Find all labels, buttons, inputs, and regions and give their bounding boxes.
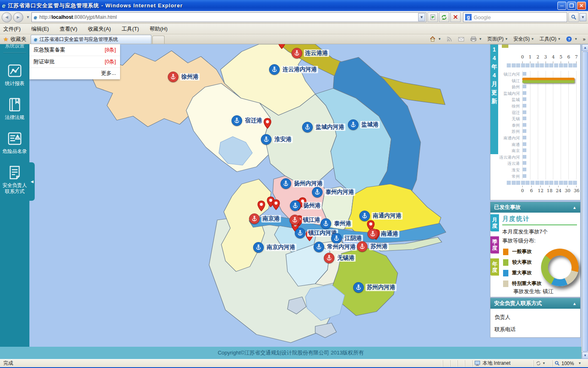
close-button[interactable]: ✕ (577, 2, 586, 10)
sidebar-collapse-tab[interactable]: ◀ (29, 162, 35, 201)
scrollbar-thumb[interactable] (582, 52, 588, 352)
sidebar-item-system-settings[interactable]: 系统设置 (0, 44, 29, 49)
safety-menu-button[interactable]: 安全(S)▼ (513, 36, 534, 43)
search-input[interactable]: g Google (463, 12, 567, 22)
data-zoom-handle[interactable] (535, 181, 539, 185)
data-zoom-handle[interactable] (549, 63, 553, 67)
favorites-button[interactable]: ★ 收藏夹 (0, 34, 31, 44)
help-button[interactable]: ? ▼ (566, 36, 577, 42)
search-button[interactable] (568, 12, 579, 22)
port-marker-南通内河港[interactable]: 南通内河港 (359, 211, 403, 221)
port-marker-淮安港[interactable]: 淮安港 (261, 134, 293, 145)
new-tab-button[interactable] (152, 36, 165, 44)
data-zoom-handle[interactable] (554, 181, 558, 185)
data-zoom-handle[interactable] (521, 181, 525, 185)
data-zoom-handle[interactable] (516, 63, 520, 67)
tab-季度[interactable]: 季度 (490, 236, 499, 254)
protected-mode-pane[interactable]: ▼ (533, 360, 552, 367)
quick-menu-row[interactable]: 附证审批[0条] (29, 56, 120, 68)
data-zoom-handle[interactable] (559, 63, 563, 67)
sidebar-item-安全负责人联系方式[interactable]: 安全负责人联系方式 (0, 165, 29, 195)
port-marker-南京港[interactable]: 南京港 (249, 213, 281, 224)
tools-menu-button[interactable]: 工具(O)▼ (539, 36, 561, 43)
data-zoom-handle[interactable] (554, 63, 558, 67)
data-zoom-handle[interactable] (568, 181, 572, 185)
port-marker-南通港[interactable]: 南通港 (368, 229, 399, 239)
data-zoom-handle[interactable] (573, 63, 577, 67)
port-marker-扬州港[interactable]: 扬州港 (290, 200, 322, 211)
compatibility-view-button[interactable] (428, 12, 438, 22)
home-button[interactable]: ▼ (430, 36, 441, 42)
url-text[interactable]: http://localhost:8080/yjpt/Main.html (39, 14, 418, 20)
data-zoom-handle[interactable] (549, 181, 553, 185)
tab-年度[interactable]: 年度 (490, 258, 499, 276)
port-marker-无锡港[interactable]: 无锡港 (324, 253, 356, 263)
accident-pin-icon[interactable] (278, 44, 286, 51)
stop-button[interactable]: ✕ (450, 12, 461, 22)
data-zoom-handle[interactable] (564, 181, 568, 185)
port-marker-苏州港[interactable]: 苏州港 (357, 241, 389, 252)
quick-menu-row[interactable]: 应急预案备案[8条] (29, 44, 120, 56)
data-zoom-handle[interactable] (535, 63, 539, 67)
menu-item[interactable]: 收藏夹(A) (88, 26, 111, 32)
minimize-button[interactable]: ─ (557, 2, 566, 10)
data-zoom-handle[interactable] (507, 181, 511, 185)
port-marker-盐城内河港[interactable]: 盐城内河港 (302, 122, 345, 132)
data-zoom-handle[interactable] (568, 63, 572, 67)
scroll-up-button[interactable]: ▲ (582, 44, 588, 51)
port-marker-常州内河港[interactable]: 常州内河港 (314, 242, 357, 252)
address-dropdown-button[interactable]: ▼ (418, 13, 425, 21)
page-menu-button[interactable]: 页面(P)▼ (487, 36, 508, 43)
sidebar-item-统计报表[interactable]: 统计报表 (0, 63, 29, 87)
address-bar[interactable]: e http://localhost:8080/yjpt/Main.html ▼ (31, 12, 426, 22)
data-zoom-handle[interactable] (521, 63, 525, 67)
data-zoom-handle[interactable] (512, 181, 516, 185)
bar-green-series[interactable] (522, 80, 575, 83)
collapse-arrow-icon[interactable]: ▲ (572, 205, 577, 210)
sidebar-item-危险品名录[interactable]: 危险品名录 (0, 131, 29, 155)
data-zoom-handle[interactable] (540, 181, 544, 185)
port-marker-镇江港[interactable]: 镇江港 (290, 215, 321, 225)
restore-button[interactable]: ❐ (567, 2, 576, 10)
print-button[interactable]: ▼ (470, 36, 482, 42)
accident-panel-header[interactable]: 已发生事故▲ (490, 202, 580, 213)
collapse-arrow-icon[interactable]: ▲ (572, 301, 577, 306)
more-link[interactable]: 更多... (29, 68, 120, 79)
port-marker-盐城港[interactable]: 盐城港 (348, 119, 380, 130)
accident-pin-icon[interactable] (257, 200, 265, 213)
forward-button[interactable]: ► (13, 12, 23, 22)
menu-item[interactable]: 查看(V) (60, 26, 77, 32)
data-zoom-handle[interactable] (516, 181, 520, 185)
sidebar-item-法律法规[interactable]: 法律法规 (0, 97, 29, 121)
port-marker-泰州内河港[interactable]: 泰州内河港 (312, 187, 355, 197)
contact-panel-header[interactable]: 安全负责人联系方式▲ (490, 298, 580, 309)
data-zoom-handle[interactable] (573, 181, 577, 185)
bar-chart[interactable]: 01234567镇江内河镇江扬州盐城内河盐城徐州宿迁无锡泰州苏州南通内河南通南京… (490, 45, 580, 200)
data-zoom-handle[interactable] (545, 181, 549, 185)
tab-main[interactable]: e 江苏省港口安全监管与应急管理系统 (31, 35, 151, 44)
menu-item[interactable]: 帮助(H) (149, 26, 167, 32)
data-zoom-handle[interactable] (512, 63, 516, 67)
data-zoom-handle[interactable] (545, 63, 549, 67)
search-options-dropdown[interactable]: ▼ (579, 13, 586, 21)
refresh-button[interactable] (439, 12, 449, 22)
accident-pin-icon[interactable] (263, 118, 272, 130)
data-zoom-handle[interactable] (526, 181, 530, 185)
data-zoom-handle[interactable] (530, 181, 535, 185)
menu-item[interactable]: 工具(T) (122, 26, 139, 32)
data-zoom-handle[interactable] (540, 63, 544, 67)
accident-level-donut-chart[interactable] (541, 249, 579, 286)
tab-月度[interactable]: 月度 (490, 214, 499, 231)
back-button[interactable]: ◄ (2, 12, 12, 22)
accident-pin-icon[interactable] (272, 199, 280, 212)
menu-item[interactable]: 编辑(E) (31, 26, 49, 32)
history-dropdown-icon[interactable]: ▼ (26, 15, 30, 19)
vertical-scrollbar[interactable]: ▲ ▼ (581, 44, 588, 359)
port-marker-徐州港[interactable]: 徐州港 (168, 72, 200, 82)
port-marker-宿迁港[interactable]: 宿迁港 (232, 115, 263, 126)
scroll-down-button[interactable]: ▼ (582, 352, 588, 359)
port-marker-连云港港[interactable]: 连云港港 (292, 48, 329, 58)
port-marker-苏州内河港[interactable]: 苏州内河港 (353, 282, 396, 293)
menu-item[interactable]: 文件(F) (3, 26, 21, 32)
port-marker-连云港内河港[interactable]: 连云港内河港 (269, 64, 318, 75)
